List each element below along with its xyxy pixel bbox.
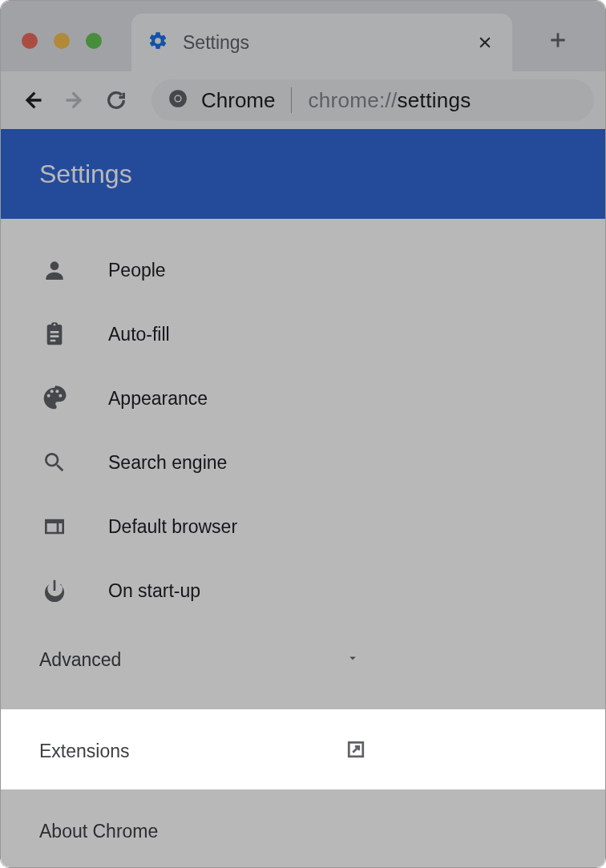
- close-window-button[interactable]: [22, 33, 38, 49]
- svg-point-3: [50, 261, 59, 270]
- browser-tab-settings[interactable]: Settings: [131, 14, 512, 71]
- page-title: Settings: [39, 159, 132, 189]
- sidebar-item-advanced[interactable]: Advanced: [1, 628, 605, 692]
- svg-point-2: [176, 96, 181, 102]
- sidebar-item-appearance[interactable]: Appearance: [1, 366, 605, 430]
- sidebar-item-search-engine[interactable]: Search engine: [1, 430, 605, 495]
- sidebar-item-extensions[interactable]: Extensions: [1, 711, 605, 791]
- search-icon: [41, 450, 68, 475]
- url-path: settings: [398, 88, 471, 112]
- sidebar-item-about-chrome[interactable]: About Chrome: [1, 791, 605, 868]
- url-scheme: chrome://: [308, 88, 397, 112]
- power-icon: [41, 578, 68, 604]
- chrome-icon: [168, 88, 188, 112]
- browser-icon: [41, 514, 68, 539]
- chevron-down-icon: [345, 651, 360, 668]
- palette-icon: [41, 386, 68, 411]
- zoom-window-button[interactable]: [86, 33, 102, 49]
- sidebar-item-people[interactable]: People: [1, 238, 605, 302]
- advanced-label: Advanced: [39, 649, 121, 671]
- traffic-lights: [22, 33, 102, 49]
- reload-button[interactable]: [95, 79, 137, 121]
- minimize-window-button[interactable]: [54, 33, 70, 49]
- sidebar-item-label: Appearance: [108, 388, 208, 410]
- browser-toolbar: Chrome chrome://settings: [1, 71, 605, 129]
- sidebar-secondary: Extensions About Chrome: [1, 711, 605, 868]
- sidebar-item-label: People: [108, 260, 166, 281]
- open-external-icon: [344, 737, 368, 765]
- sidebar-item-label: Auto-fill: [108, 324, 170, 345]
- address-bar[interactable]: Chrome chrome://settings: [152, 79, 594, 121]
- sidebar-item-label: On start-up: [108, 580, 200, 602]
- sidebar-item-label: Default browser: [108, 516, 237, 538]
- omnibox-divider: [291, 87, 292, 113]
- sidebar-item-default-browser[interactable]: Default browser: [1, 495, 605, 559]
- settings-header: Settings: [1, 129, 605, 219]
- sidebar-item-autofill[interactable]: Auto-fill: [1, 302, 605, 366]
- extensions-label: Extensions: [39, 741, 130, 762]
- omnibox-prefix: Chrome: [201, 88, 275, 113]
- window-titlebar: Settings: [1, 1, 605, 71]
- back-button[interactable]: [12, 79, 54, 121]
- gear-icon: [147, 30, 168, 55]
- settings-sidebar: People Auto-fill Appearance Search engin…: [1, 219, 605, 868]
- sidebar-item-on-startup[interactable]: On start-up: [1, 559, 605, 623]
- close-tab-button[interactable]: [475, 33, 495, 52]
- person-icon: [41, 257, 68, 283]
- new-tab-button[interactable]: [546, 28, 570, 52]
- tab-title: Settings: [183, 32, 249, 54]
- forward-button[interactable]: [54, 79, 95, 121]
- omnibox-url: chrome://settings: [308, 88, 471, 113]
- clipboard-icon: [41, 321, 68, 347]
- about-label: About Chrome: [39, 821, 158, 842]
- sidebar-item-label: Search engine: [108, 452, 227, 474]
